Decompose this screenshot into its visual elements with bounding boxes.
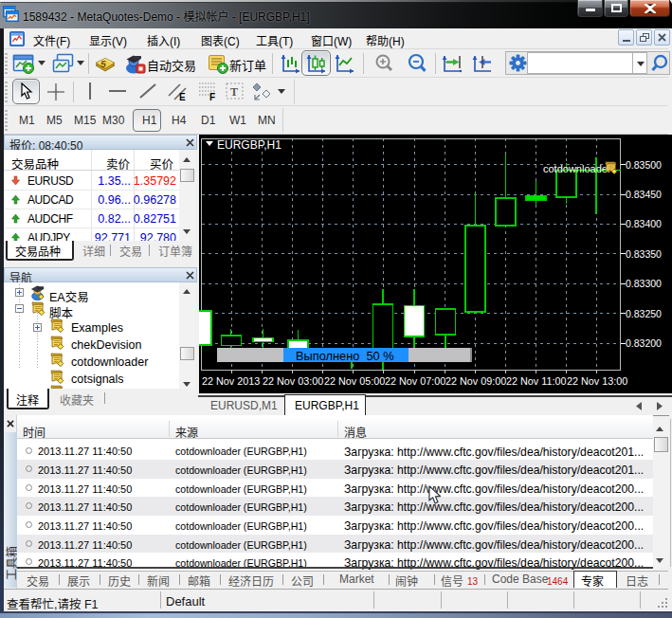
svg-text:F: F [209,92,215,101]
svg-text:E: E [179,92,186,101]
svg-text:T: T [230,85,238,99]
